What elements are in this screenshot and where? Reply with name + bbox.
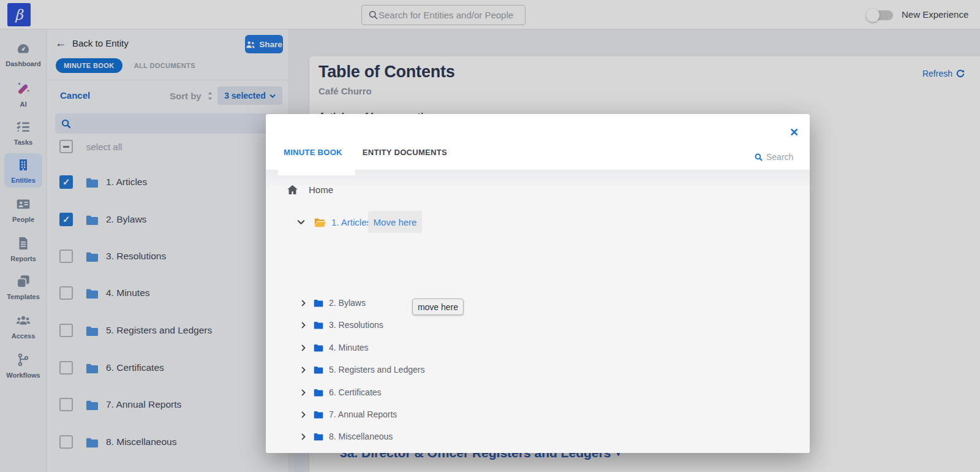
app-root: β New Experience Dashboard AI	[0, 0, 980, 472]
chevron-right-icon[interactable]	[300, 344, 307, 352]
move-here-button[interactable]: Move here	[368, 211, 422, 233]
tree-row-certificates[interactable]: 6. Certificates	[266, 386, 810, 399]
tree-item-label[interactable]: 8. Miscellaneous	[329, 432, 393, 441]
tree-item-label[interactable]: 3. Resolutions	[329, 320, 383, 330]
dialog-search[interactable]: Search	[754, 152, 793, 162]
tree-row-articles[interactable]: 1. Articles Move here	[266, 211, 810, 233]
folder-icon	[313, 409, 324, 419]
breadcrumb[interactable]: Home	[287, 185, 333, 195]
move-document-dialog: ✕ MINUTE BOOK ENTITY DOCUMENTS Search Ho…	[266, 114, 810, 453]
dialog-body: Home 1. Articles Move here 2. Bylaws	[266, 170, 810, 453]
search-icon	[754, 153, 763, 162]
tree-item-label[interactable]: 1. Articles	[331, 217, 371, 227]
dialog-tab-minute-book[interactable]: MINUTE BOOK	[284, 148, 342, 161]
chevron-right-icon[interactable]	[300, 433, 307, 441]
tree-row-minutes[interactable]: 4. Minutes	[266, 341, 810, 354]
active-tab-indicator	[278, 169, 355, 175]
folder-icon	[313, 320, 324, 330]
dialog-search-label: Search	[766, 152, 793, 162]
chevron-right-icon[interactable]	[300, 366, 307, 374]
folder-icon	[313, 432, 324, 441]
tree-item-label[interactable]: 6. Certificates	[329, 387, 382, 397]
chevron-right-icon[interactable]	[300, 411, 307, 419]
home-icon	[287, 185, 298, 195]
chevron-down-icon[interactable]	[296, 218, 306, 227]
dialog-tab-entity-documents[interactable]: ENTITY DOCUMENTS	[363, 148, 447, 161]
dialog-tabs: MINUTE BOOK ENTITY DOCUMENTS	[284, 148, 447, 161]
chevron-right-icon[interactable]	[300, 299, 307, 307]
folder-icon	[313, 343, 324, 352]
tree-item-label[interactable]: 2. Bylaws	[329, 298, 366, 308]
folder-icon	[313, 365, 324, 375]
folder-icon	[313, 387, 324, 397]
breadcrumb-label: Home	[309, 185, 333, 195]
chevron-right-icon[interactable]	[300, 389, 307, 397]
folder-icon	[313, 298, 324, 308]
tree-item-label[interactable]: 4. Minutes	[329, 343, 369, 352]
open-folder-icon	[314, 216, 326, 228]
tree-row-annual-reports[interactable]: 7. Annual Reports	[266, 408, 810, 421]
tree-item-label[interactable]: 7. Annual Reports	[329, 409, 397, 419]
close-icon[interactable]: ✕	[790, 126, 799, 139]
tree-row-resolutions[interactable]: 3. Resolutions	[266, 318, 810, 332]
drag-cursor-tooltip: move here	[412, 299, 464, 315]
tree-row-registers[interactable]: 5. Registers and Ledgers	[266, 363, 810, 376]
tree-row-miscellaneous[interactable]: 8. Miscellaneous	[266, 430, 810, 443]
tree-row-bylaws[interactable]: 2. Bylaws	[266, 296, 810, 310]
chevron-right-icon[interactable]	[300, 321, 307, 329]
tree-item-label[interactable]: 5. Registers and Ledgers	[329, 365, 424, 375]
